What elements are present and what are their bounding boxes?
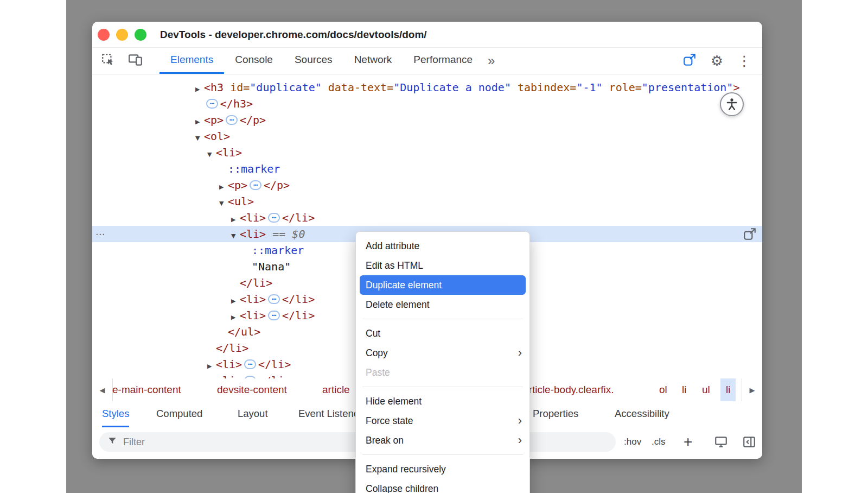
breadcrumb-item-article-body-clearfix[interactable]: article-body.clearfix. xyxy=(523,378,614,401)
dom-node-row[interactable]: ▶<h3 id="duplicate" data-text="Duplicate… xyxy=(92,79,762,96)
tab-elements[interactable]: Elements xyxy=(159,47,224,74)
breadcrumb-item-article[interactable]: article xyxy=(322,378,350,401)
syntax-pseudo: ::marker xyxy=(228,162,280,175)
element-classes-button[interactable]: .cls xyxy=(652,427,666,457)
title-bar: DevTools - developer.chrome.com/docs/dev… xyxy=(92,22,762,48)
menu-item-edit-as-html[interactable]: Edit as HTML xyxy=(356,256,529,275)
syntax-tag: <ol> xyxy=(204,130,230,143)
tab-styles[interactable]: Styles xyxy=(102,401,129,427)
menu-item-duplicate-element[interactable]: Duplicate element xyxy=(360,275,526,295)
ellipsis-badge[interactable]: ⋯ xyxy=(206,99,218,109)
dom-node-row[interactable]: ⋯</h3> xyxy=(92,96,762,112)
devtools-toolbar: ElementsConsoleSourcesNetworkPerformance… xyxy=(92,47,762,74)
tab-properties[interactable]: Properties xyxy=(533,401,578,427)
device-toolbar-icon[interactable] xyxy=(128,53,143,69)
syntax-meta: == xyxy=(266,227,292,241)
more-tabs-button[interactable]: » xyxy=(483,47,499,74)
syntax-pseudo: ::marker xyxy=(252,244,304,257)
breadcrumb-scroll-right-icon[interactable]: ▶ xyxy=(742,378,762,401)
window-title: DevTools - developer.chrome.com/docs/dev… xyxy=(160,29,427,41)
ellipsis-badge[interactable]: ⋯ xyxy=(226,115,238,125)
menu-separator xyxy=(362,454,523,455)
syntax-val: "Duplicate a node" xyxy=(393,81,511,94)
menu-item-force-state[interactable]: Force state› xyxy=(356,411,529,431)
submenu-chevron-icon: › xyxy=(518,343,522,363)
menu-item-delete-element[interactable]: Delete element xyxy=(356,295,529,314)
ellipsis-badge[interactable]: ⋯ xyxy=(268,213,280,223)
node-options-dots-icon[interactable]: ⋯ xyxy=(95,226,105,242)
dom-node-row[interactable]: ▶<li>⋯</li> xyxy=(92,210,762,226)
syntax-tag: </ul> xyxy=(228,325,260,338)
syntax-tag: </h3> xyxy=(220,97,253,110)
ellipsis-badge[interactable]: ⋯ xyxy=(268,311,280,320)
syntax-attr: role= xyxy=(603,81,642,94)
syntax-tag: </li> xyxy=(258,374,291,378)
kebab-menu-icon[interactable]: ⋮ xyxy=(737,54,751,68)
syntax-tag: </p> xyxy=(264,179,290,192)
dom-node-row[interactable]: ▼<ul> xyxy=(92,193,762,210)
tab-console[interactable]: Console xyxy=(224,47,284,74)
settings-gear-icon[interactable]: ⚙ xyxy=(711,54,723,68)
menu-item-paste: Paste xyxy=(356,363,529,382)
syntax-tag: </li> xyxy=(282,309,315,322)
minimize-window-button[interactable] xyxy=(116,29,128,41)
dom-node-row[interactable]: ▼<ol> xyxy=(92,128,762,144)
tab-sources[interactable]: Sources xyxy=(284,47,343,74)
menu-item-cut[interactable]: Cut xyxy=(356,324,529,343)
inspect-element-icon[interactable] xyxy=(101,53,115,69)
syntax-attr: data-text= xyxy=(322,81,393,94)
menu-item-collapse-children[interactable]: Collapse children xyxy=(356,479,529,493)
filter-funnel-icon xyxy=(107,435,118,448)
ellipsis-badge[interactable]: ⋯ xyxy=(268,294,280,304)
menu-separator xyxy=(362,387,523,387)
rendering-emulation-icon[interactable] xyxy=(714,435,728,451)
breadcrumb-item-li[interactable]: li xyxy=(720,378,736,401)
breadcrumb-item-ul[interactable]: ul xyxy=(702,378,710,401)
breadcrumb-item-devsite-content[interactable]: devsite-content xyxy=(217,378,287,401)
dom-node-row[interactable]: ::marker xyxy=(92,161,762,177)
syntax-val: "presentation" xyxy=(642,81,733,94)
menu-item-expand-recursively[interactable]: Expand recursively xyxy=(356,459,529,479)
tab-layout[interactable]: Layout xyxy=(238,401,268,427)
ellipsis-badge[interactable]: ⋯ xyxy=(250,180,261,190)
zoom-window-button[interactable] xyxy=(135,29,146,41)
person-icon xyxy=(725,97,739,111)
menu-item-copy[interactable]: Copy› xyxy=(356,343,529,363)
toolbar-right-icons: ⚙ ⋮ xyxy=(682,47,762,74)
toolbar-left-icons xyxy=(92,47,143,74)
accessibility-widget-button[interactable] xyxy=(720,92,744,116)
tab-network[interactable]: Network xyxy=(343,47,403,74)
syntax-tag: <p> xyxy=(228,179,247,192)
element-badge-icon[interactable] xyxy=(682,53,697,69)
breadcrumb-item-e-main-content[interactable]: e-main-content xyxy=(112,378,181,401)
syntax-tag: <li> xyxy=(240,227,266,241)
new-style-rule-button[interactable]: + xyxy=(684,427,692,457)
dom-node-row[interactable]: ▶<p>⋯</p> xyxy=(92,112,762,128)
ellipsis-badge[interactable]: ⋯ xyxy=(244,359,256,369)
screenshot-canvas: DevTools - developer.chrome.com/docs/dev… xyxy=(0,0,868,493)
toggle-element-state-button[interactable]: :hov xyxy=(624,427,641,457)
syntax-tag: </li> xyxy=(258,358,291,371)
syntax-tag: </p> xyxy=(240,113,266,127)
tab-accessibility[interactable]: Accessibility xyxy=(615,401,669,427)
tab-performance[interactable]: Performance xyxy=(403,47,483,74)
dom-node-row[interactable]: ▶<p>⋯</p> xyxy=(92,177,762,193)
tab-computed[interactable]: Computed xyxy=(156,401,202,427)
syntax-tag: </li> xyxy=(216,342,248,355)
menu-item-hide-element[interactable]: Hide element xyxy=(356,391,529,411)
breadcrumb-item-ol[interactable]: ol xyxy=(659,378,667,401)
breadcrumb-item-li[interactable]: li xyxy=(682,378,686,401)
dom-node-row[interactable]: ▼<li> xyxy=(92,144,762,161)
close-window-button[interactable] xyxy=(98,29,110,41)
toggle-sidebar-icon[interactable] xyxy=(742,435,756,451)
menu-item-add-attribute[interactable]: Add attribute xyxy=(356,236,529,256)
menu-item-break-on[interactable]: Break on› xyxy=(356,431,529,450)
syntax-tag: <h3 xyxy=(204,81,224,94)
expand-arrow-icon[interactable]: ▶ xyxy=(207,375,216,378)
breadcrumb-scroll-left-icon[interactable]: ◀ xyxy=(92,378,113,401)
syntax-tag: <li> xyxy=(216,146,242,159)
syntax-tag: <li> xyxy=(240,309,266,322)
syntax-tag: <li> xyxy=(240,211,266,224)
syntax-tag: <li> xyxy=(240,293,266,306)
syntax-val: "-1" xyxy=(576,81,602,94)
